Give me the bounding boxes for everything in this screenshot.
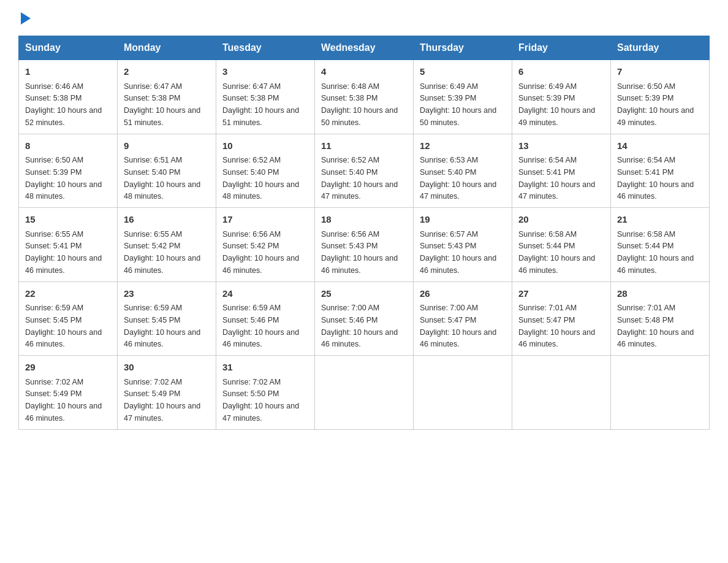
day-sunrise: Sunrise: 7:01 AM — [518, 304, 577, 312]
day-sunset: Sunset: 5:39 PM — [25, 168, 82, 177]
day-daylight: Daylight: 10 hours and 46 minutes. — [617, 328, 694, 349]
calendar-cell: 3 Sunrise: 6:47 AM Sunset: 5:38 PM Dayli… — [216, 60, 315, 134]
day-number: 22 — [25, 287, 111, 301]
day-sunrise: Sunrise: 7:01 AM — [617, 304, 675, 312]
day-number: 14 — [617, 139, 703, 153]
header-monday: Monday — [118, 36, 216, 60]
day-sunset: Sunset: 5:41 PM — [518, 168, 575, 177]
calendar-cell: 7 Sunrise: 6:50 AM Sunset: 5:39 PM Dayli… — [611, 60, 710, 134]
day-number: 11 — [321, 139, 407, 153]
calendar-cell: 1 Sunrise: 6:46 AM Sunset: 5:38 PM Dayli… — [19, 60, 118, 134]
day-sunset: Sunset: 5:38 PM — [222, 94, 279, 102]
calendar-cell: 11 Sunrise: 6:52 AM Sunset: 5:40 PM Dayl… — [315, 134, 414, 208]
calendar-cell: 29 Sunrise: 7:02 AM Sunset: 5:49 PM Dayl… — [19, 356, 118, 430]
calendar-cell — [414, 356, 512, 430]
day-sunset: Sunset: 5:42 PM — [124, 242, 180, 250]
calendar-cell: 28 Sunrise: 7:01 AM Sunset: 5:48 PM Dayl… — [611, 282, 710, 356]
logo — [18, 12, 31, 23]
day-sunrise: Sunrise: 6:50 AM — [25, 156, 83, 164]
day-sunset: Sunset: 5:46 PM — [222, 316, 279, 324]
calendar-week-4: 22 Sunrise: 6:59 AM Sunset: 5:45 PM Dayl… — [19, 282, 710, 356]
day-number: 4 — [321, 65, 407, 79]
calendar-cell: 27 Sunrise: 7:01 AM Sunset: 5:47 PM Dayl… — [512, 282, 611, 356]
day-sunrise: Sunrise: 6:52 AM — [321, 156, 379, 164]
day-sunset: Sunset: 5:45 PM — [25, 316, 82, 324]
day-number: 26 — [420, 287, 506, 301]
day-daylight: Daylight: 10 hours and 48 minutes. — [25, 180, 102, 201]
calendar-cell: 13 Sunrise: 6:54 AM Sunset: 5:41 PM Dayl… — [512, 134, 611, 208]
day-sunrise: Sunrise: 6:57 AM — [420, 230, 478, 239]
day-daylight: Daylight: 10 hours and 48 minutes. — [124, 180, 200, 201]
day-number: 24 — [222, 287, 308, 301]
day-sunset: Sunset: 5:40 PM — [420, 168, 476, 177]
calendar-cell: 6 Sunrise: 6:49 AM Sunset: 5:39 PM Dayli… — [512, 60, 611, 134]
day-sunrise: Sunrise: 6:49 AM — [518, 82, 577, 91]
day-daylight: Daylight: 10 hours and 52 minutes. — [25, 106, 102, 127]
day-number: 20 — [518, 213, 604, 227]
calendar-cell: 20 Sunrise: 6:58 AM Sunset: 5:44 PM Dayl… — [512, 208, 611, 282]
day-daylight: Daylight: 10 hours and 46 minutes. — [420, 254, 496, 275]
day-sunset: Sunset: 5:40 PM — [321, 168, 377, 177]
day-sunset: Sunset: 5:38 PM — [124, 94, 180, 102]
header-tuesday: Tuesday — [216, 36, 315, 60]
day-sunrise: Sunrise: 6:48 AM — [321, 82, 379, 91]
day-sunrise: Sunrise: 6:54 AM — [617, 156, 675, 164]
header-wednesday: Wednesday — [315, 36, 414, 60]
day-sunrise: Sunrise: 6:51 AM — [124, 156, 182, 164]
day-daylight: Daylight: 10 hours and 46 minutes. — [518, 328, 595, 349]
calendar-cell: 9 Sunrise: 6:51 AM Sunset: 5:40 PM Dayli… — [118, 134, 216, 208]
day-sunrise: Sunrise: 6:49 AM — [420, 82, 478, 91]
day-daylight: Daylight: 10 hours and 47 minutes. — [124, 402, 200, 423]
day-sunrise: Sunrise: 6:50 AM — [617, 82, 675, 91]
day-daylight: Daylight: 10 hours and 47 minutes. — [321, 180, 398, 201]
day-number: 29 — [25, 361, 111, 375]
calendar-week-5: 29 Sunrise: 7:02 AM Sunset: 5:49 PM Dayl… — [19, 356, 710, 430]
day-number: 15 — [25, 213, 111, 227]
day-daylight: Daylight: 10 hours and 46 minutes. — [222, 254, 299, 275]
day-sunset: Sunset: 5:42 PM — [222, 242, 279, 250]
day-daylight: Daylight: 10 hours and 46 minutes. — [321, 328, 398, 349]
calendar-week-2: 8 Sunrise: 6:50 AM Sunset: 5:39 PM Dayli… — [19, 134, 710, 208]
calendar-cell: 16 Sunrise: 6:55 AM Sunset: 5:42 PM Dayl… — [118, 208, 216, 282]
day-sunrise: Sunrise: 6:54 AM — [518, 156, 577, 164]
calendar-cell: 17 Sunrise: 6:56 AM Sunset: 5:42 PM Dayl… — [216, 208, 315, 282]
calendar-cell: 21 Sunrise: 6:58 AM Sunset: 5:44 PM Dayl… — [611, 208, 710, 282]
day-number: 10 — [222, 139, 308, 153]
day-sunset: Sunset: 5:46 PM — [321, 316, 377, 324]
day-number: 13 — [518, 139, 604, 153]
day-number: 23 — [124, 287, 210, 301]
day-sunrise: Sunrise: 6:59 AM — [222, 304, 281, 312]
day-sunset: Sunset: 5:48 PM — [617, 316, 673, 324]
day-daylight: Daylight: 10 hours and 51 minutes. — [222, 106, 299, 127]
calendar-week-1: 1 Sunrise: 6:46 AM Sunset: 5:38 PM Dayli… — [19, 60, 710, 134]
calendar-cell: 23 Sunrise: 6:59 AM Sunset: 5:45 PM Dayl… — [118, 282, 216, 356]
calendar-cell: 25 Sunrise: 7:00 AM Sunset: 5:46 PM Dayl… — [315, 282, 414, 356]
page-header — [18, 12, 710, 23]
calendar-cell — [611, 356, 710, 430]
calendar-header-row: SundayMondayTuesdayWednesdayThursdayFrid… — [19, 36, 710, 60]
calendar-cell: 26 Sunrise: 7:00 AM Sunset: 5:47 PM Dayl… — [414, 282, 512, 356]
day-sunset: Sunset: 5:45 PM — [124, 316, 180, 324]
day-daylight: Daylight: 10 hours and 49 minutes. — [518, 106, 595, 127]
day-number: 30 — [124, 361, 210, 375]
day-number: 25 — [321, 287, 407, 301]
calendar-cell: 19 Sunrise: 6:57 AM Sunset: 5:43 PM Dayl… — [414, 208, 512, 282]
day-sunset: Sunset: 5:39 PM — [617, 94, 673, 102]
day-daylight: Daylight: 10 hours and 47 minutes. — [420, 180, 496, 201]
day-number: 2 — [124, 65, 210, 79]
day-daylight: Daylight: 10 hours and 46 minutes. — [124, 254, 200, 275]
day-number: 17 — [222, 213, 308, 227]
day-sunrise: Sunrise: 6:55 AM — [124, 230, 182, 239]
day-number: 8 — [25, 139, 111, 153]
day-daylight: Daylight: 10 hours and 51 minutes. — [124, 106, 200, 127]
day-number: 16 — [124, 213, 210, 227]
day-number: 6 — [518, 65, 604, 79]
day-sunset: Sunset: 5:38 PM — [25, 94, 82, 102]
day-sunrise: Sunrise: 6:46 AM — [25, 82, 83, 91]
calendar-cell: 10 Sunrise: 6:52 AM Sunset: 5:40 PM Dayl… — [216, 134, 315, 208]
day-number: 19 — [420, 213, 506, 227]
calendar-cell: 24 Sunrise: 6:59 AM Sunset: 5:46 PM Dayl… — [216, 282, 315, 356]
day-daylight: Daylight: 10 hours and 50 minutes. — [321, 106, 398, 127]
day-number: 28 — [617, 287, 703, 301]
header-thursday: Thursday — [414, 36, 512, 60]
